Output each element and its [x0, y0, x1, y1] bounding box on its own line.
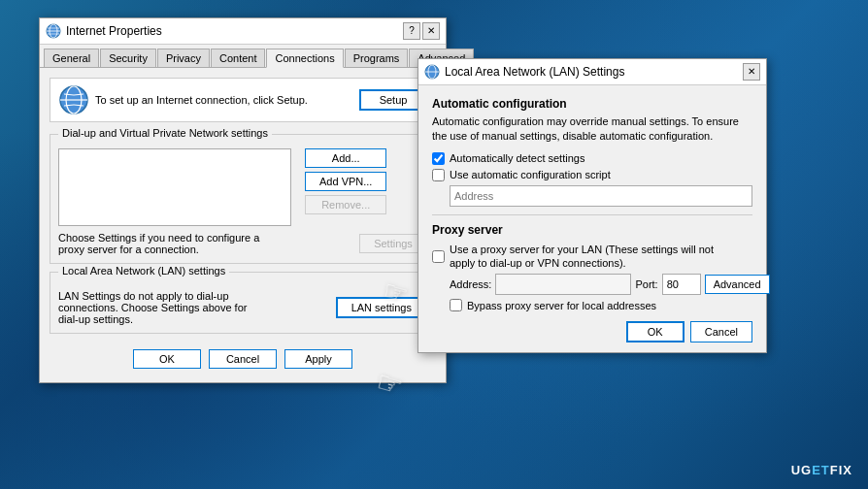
lan-titlebar: Local Area Network (LAN) Settings ✕ — [418, 59, 766, 85]
address-label: Address: — [450, 278, 491, 290]
close-button[interactable]: ✕ — [422, 22, 440, 40]
proxy-address-input[interactable] — [495, 274, 631, 295]
help-button[interactable]: ? — [403, 22, 420, 40]
bypass-proxy-checkbox[interactable] — [450, 299, 462, 311]
add-button[interactable]: Add... — [305, 148, 386, 168]
internet-props-title: Internet Properties — [66, 24, 162, 38]
port-label: Port: — [635, 278, 657, 290]
remove-button[interactable]: Remove... — [305, 195, 386, 214]
lan-settings-button[interactable]: LAN settings — [336, 297, 427, 318]
lan-close-button[interactable]: ✕ — [743, 63, 760, 81]
lan-settings-window: Local Area Network (LAN) Settings ✕ Auto… — [417, 58, 767, 353]
vpn-list — [58, 148, 291, 226]
lan-dialog-buttons: OK Cancel — [432, 321, 752, 342]
lan-cancel-button[interactable]: Cancel — [690, 321, 752, 342]
tab-programs[interactable]: Programs — [345, 49, 409, 67]
title-bar-controls: ? ✕ — [403, 22, 440, 40]
tabs-bar: General Security Privacy Content Connect… — [40, 45, 446, 68]
auto-detect-label: Automatically detect settings — [450, 152, 584, 164]
auto-config-section: Automatic configuration Automatic config… — [432, 97, 752, 207]
setup-row: To set up an Internet connection, click … — [50, 78, 436, 122]
bypass-proxy-label: Bypass proxy server for local addresses — [467, 300, 656, 311]
proxy-server-title: Proxy server — [432, 223, 752, 237]
proxy-port-input[interactable] — [662, 274, 701, 295]
auto-config-desc: Automatic configuration may override man… — [432, 114, 752, 145]
apply-button[interactable]: Apply — [284, 349, 352, 369]
auto-script-checkbox[interactable] — [432, 169, 445, 181]
lan-icon — [424, 64, 440, 80]
bottom-buttons: OK Cancel Apply — [50, 343, 436, 373]
lan-text: LAN Settings do not apply to dial-up con… — [58, 290, 262, 325]
lan-ok-button[interactable]: OK — [626, 321, 684, 342]
internet-props-titlebar: Internet Properties ? ✕ — [40, 18, 446, 45]
globe-icon — [58, 84, 89, 115]
add-vpn-button[interactable]: Add VPN... — [305, 172, 386, 191]
internet-props-icon — [46, 23, 61, 39]
lan-section-label: Local Area Network (LAN) settings — [58, 265, 229, 277]
auto-script-address-input[interactable] — [450, 185, 752, 207]
ugetfix-logo: UGETFIX — [791, 463, 852, 477]
tab-general[interactable]: General — [44, 49, 99, 67]
tab-content[interactable]: Content — [211, 49, 266, 67]
internet-properties-window: Internet Properties ? ✕ General Security… — [39, 17, 447, 383]
proxy-server-section: Proxy server Use a proxy server for your… — [432, 223, 752, 312]
tab-security[interactable]: Security — [100, 49, 156, 67]
ok-button[interactable]: OK — [133, 349, 201, 369]
auto-detect-checkbox[interactable] — [432, 152, 445, 165]
auto-script-label: Use automatic configuration script — [450, 169, 611, 180]
use-proxy-checkbox[interactable] — [432, 250, 445, 263]
use-proxy-label: Use a proxy server for your LAN (These s… — [450, 243, 731, 271]
lan-dialog-title: Local Area Network (LAN) Settings — [445, 65, 624, 79]
advanced-button[interactable]: Advanced — [705, 275, 770, 294]
proxy-hint: Choose Settings if you need to configure… — [58, 232, 272, 255]
setup-text: To set up an Internet connection, click … — [95, 94, 308, 106]
tab-privacy[interactable]: Privacy — [157, 49, 210, 67]
tab-connections[interactable]: Connections — [266, 49, 343, 68]
cancel-button[interactable]: Cancel — [209, 349, 277, 369]
auto-config-title: Automatic configuration — [432, 97, 752, 111]
dialup-label: Dial-up and Virtual Private Network sett… — [58, 127, 272, 139]
